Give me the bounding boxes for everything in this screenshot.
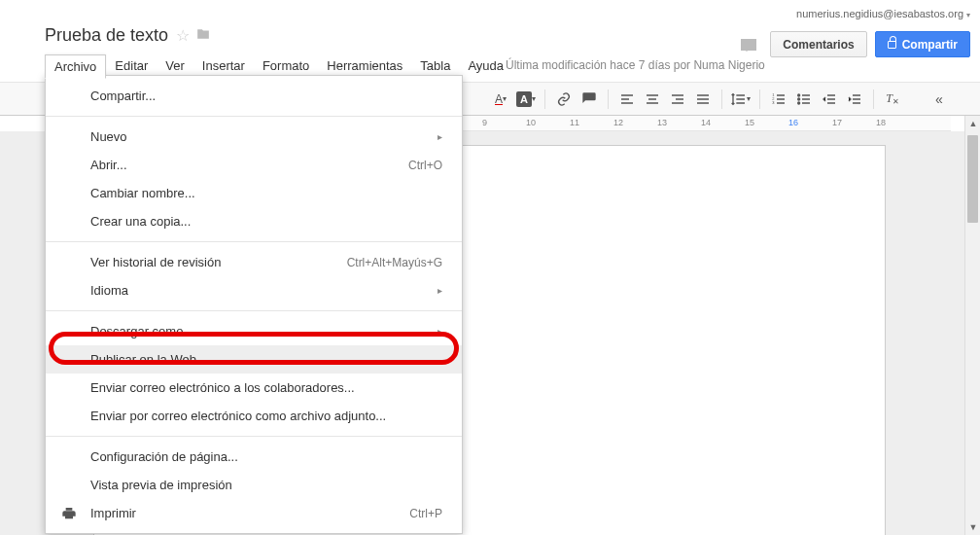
scroll-up-arrow[interactable]: ▲ [965,116,980,131]
outdent-button[interactable] [818,88,841,111]
align-right-button[interactable] [666,88,689,111]
menu-language-label: Idioma [90,283,128,298]
menu-publish-web[interactable]: Publicar en la Web... [46,345,462,374]
last-modified: Última modificación hace 7 días por Numa… [506,58,765,72]
ruler-tick: 11 [570,118,579,127]
menu-new-label: Nuevo [90,129,127,144]
star-icon[interactable]: ☆ [176,26,190,45]
align-left-button[interactable] [615,88,639,111]
menu-separator [46,116,462,117]
menu-email-attachment[interactable]: Enviar por correo electrónico como archi… [46,402,462,430]
submenu-arrow-icon: ▸ [438,326,442,337]
menu-make-copy[interactable]: Crear una copia... [46,207,462,235]
comments-icon[interactable] [741,39,756,51]
folder-icon[interactable] [195,27,211,44]
line-spacing-button[interactable]: ▾ [729,88,752,111]
lock-icon [888,41,896,49]
menu-rename[interactable]: Cambiar nombre... [46,179,462,207]
file-menu-dropdown: Compartir... Nuevo ▸ Abrir... Ctrl+O Cam… [45,75,463,534]
header-buttons: Comentarios Compartir [741,31,970,57]
ruler-tick: 13 [657,118,667,127]
menu-separator [46,310,462,311]
toolbar-separator [721,89,722,109]
share-label: Compartir [902,38,958,52]
toolbar-separator [873,89,874,109]
comments-button[interactable]: Comentarios [770,31,866,57]
menu-download-as[interactable]: Descargar como ▸ [46,317,462,345]
menu-page-setup[interactable]: Configuración de página... [46,443,462,471]
shortcut-label: Ctrl+Alt+Mayús+G [347,256,442,269]
bulleted-list-button[interactable] [792,88,816,111]
menu-print[interactable]: Imprimir Ctrl+P [46,499,462,527]
link-button[interactable] [552,88,576,111]
align-center-button[interactable] [641,88,664,111]
highlight-button[interactable]: A▾ [514,88,538,111]
menu-separator [46,436,462,437]
submenu-arrow-icon: ▸ [438,131,442,142]
menu-print-preview[interactable]: Vista previa de impresión [46,471,462,499]
svg-point-4 [798,98,800,100]
menu-print-label: Imprimir [90,506,136,520]
menu-email-collaborators[interactable]: Enviar correo electrónico a los colabora… [46,374,462,402]
comment-button[interactable] [578,88,601,111]
menu-separator [46,241,462,242]
toolbar-separator [608,89,609,109]
submenu-arrow-icon: ▸ [438,285,442,296]
ruler-tick: 16 [788,118,798,127]
shortcut-label: Ctrl+O [408,159,442,172]
menu-share[interactable]: Compartir... [46,82,462,110]
ruler-tick: 15 [745,118,754,127]
account-email[interactable]: numerius.negidius@iesabastos.org [796,8,970,19]
shortcut-label: Ctrl+P [409,507,442,520]
expand-toolbar-button[interactable]: « [928,88,951,111]
toolbar-separator [759,89,760,109]
menu-open[interactable]: Abrir... Ctrl+O [46,151,462,179]
menu-archivo[interactable]: Archivo [45,54,106,79]
ruler-tick: 17 [832,118,842,127]
ruler-tick: 9 [482,118,487,127]
scrollbar[interactable]: ▲ ▼ [964,116,980,535]
indent-button[interactable] [843,88,866,111]
ruler-tick: 10 [526,118,536,127]
menu-download-label: Descargar como [90,324,183,339]
scroll-thumb[interactable] [967,135,978,223]
svg-text:3: 3 [772,100,775,105]
print-icon [61,506,77,521]
numbered-list-button[interactable]: 123 [767,88,790,111]
clear-formatting-button[interactable]: T✕ [881,88,904,111]
menu-ayuda[interactable]: Ayuda [459,54,512,79]
scroll-down-arrow[interactable]: ▼ [965,519,980,535]
menu-language[interactable]: Idioma ▸ [46,276,462,304]
ruler-tick: 18 [876,118,886,127]
menu-revision-history[interactable]: Ver historial de revisión Ctrl+Alt+Mayús… [46,248,462,276]
svg-point-5 [798,102,800,104]
menu-new[interactable]: Nuevo ▸ [46,123,462,151]
menu-open-label: Abrir... [90,158,127,172]
ruler-tick: 12 [613,118,623,127]
text-color-button[interactable]: A▾ [489,88,512,111]
svg-point-3 [798,94,800,96]
share-button[interactable]: Compartir [875,31,970,57]
align-justify-button[interactable] [691,88,715,111]
ruler-tick: 14 [701,118,711,127]
toolbar-separator [544,89,545,109]
menu-revision-label: Ver historial de revisión [90,255,221,269]
document-title[interactable]: Prueba de texto [45,25,168,46]
